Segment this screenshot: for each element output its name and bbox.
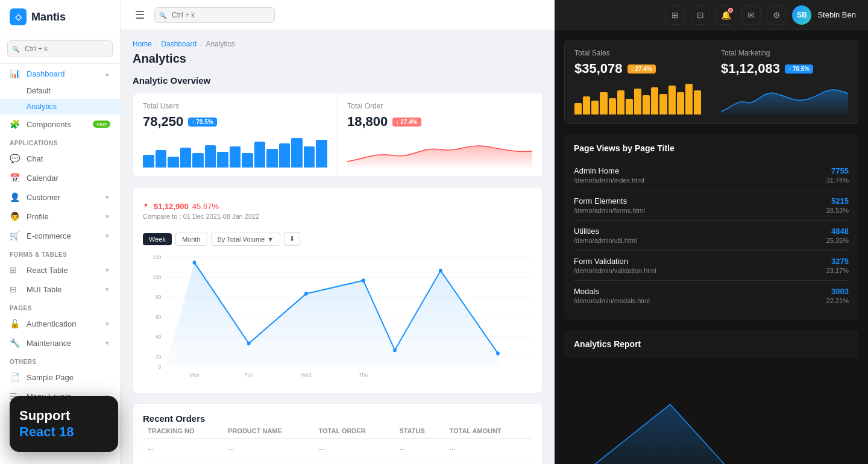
svg-point-22 bbox=[439, 269, 442, 273]
profile-icon: 👨 bbox=[10, 212, 20, 221]
maintenance-icon: 🔧 bbox=[10, 338, 20, 348]
sample-icon: 📄 bbox=[10, 372, 20, 382]
sidebar-item-authentication[interactable]: 🔓 Authentication ▼ bbox=[0, 314, 120, 333]
bar-14 bbox=[304, 146, 315, 168]
sidebar-item-analytics[interactable]: Analytics bbox=[0, 99, 120, 114]
expand-arrow-ecommerce: ▼ bbox=[104, 233, 110, 239]
svg-point-21 bbox=[393, 348, 397, 353]
calendar-icon: 📅 bbox=[10, 173, 20, 183]
topbar-light: ☰ bbox=[121, 0, 555, 30]
pv-item-utilities: Utilities /demo/admin/util.html 4848 25.… bbox=[574, 221, 849, 251]
sidebar-item-customer[interactable]: 👤 Customer ▼ bbox=[0, 187, 120, 207]
sidebar-item-maintenance[interactable]: 🔧 Maintenance ▼ bbox=[0, 333, 120, 353]
income-chart-svg: 120 100 80 60 40 20 0 Mon Tue Wed Thu bbox=[143, 251, 532, 383]
sidebar-label-components: Components bbox=[27, 120, 90, 129]
badge-sales: ↓ 27.4% bbox=[627, 64, 656, 74]
area-chart-order bbox=[347, 134, 532, 168]
user-avatar[interactable]: SB bbox=[792, 5, 811, 25]
svg-text:60: 60 bbox=[156, 314, 162, 321]
sidebar-label-profile: Profile bbox=[27, 212, 104, 221]
expand-arrow-react-table: ▼ bbox=[104, 267, 110, 274]
week-button[interactable]: Week bbox=[143, 233, 172, 245]
main-wrapper: ☰ ⊞ ⊡ 🔔 ✉ ⚙ SB Stebin Ben Home / bbox=[121, 0, 868, 464]
sidebar-label-sample: Sample Page bbox=[27, 373, 110, 382]
svg-point-19 bbox=[304, 292, 308, 296]
svg-text:40: 40 bbox=[156, 334, 162, 340]
dashboard-icon: 📊 bbox=[10, 69, 20, 78]
chat-icon: 💬 bbox=[10, 154, 20, 163]
sidebar-item-calendar[interactable]: 📅 Calendar bbox=[0, 168, 120, 187]
topbar-search-input[interactable] bbox=[154, 7, 275, 23]
sidebar-item-mui-table[interactable]: ⊟ MUI Table ▼ bbox=[0, 280, 120, 299]
dark-chart-svg: Fri Sat Sun bbox=[564, 368, 858, 464]
sidebar-label-ecommerce: E-commerce bbox=[27, 231, 104, 240]
col-tracking: TRACKING NO bbox=[143, 424, 223, 439]
card-label-order: Total Order bbox=[347, 102, 532, 110]
sidebar: ◇ Mantis 📊 Dashboard ▲ Default Analytics… bbox=[0, 0, 121, 464]
sidebar-item-profile[interactable]: 👨 Profile ▼ bbox=[0, 207, 120, 226]
card-total-marketing: Total Marketing $1,12,083 ↑ 70.5% bbox=[711, 40, 858, 124]
sidebar-label-dashboard: Dashboard bbox=[27, 69, 104, 78]
right-analytic-cards: Total Sales $35,078 ↓ 27.4% bbox=[564, 40, 858, 124]
breadcrumb-dashboard[interactable]: Dashboard bbox=[161, 40, 197, 48]
bar-12 bbox=[279, 143, 291, 168]
logo-text: Mantis bbox=[31, 11, 66, 24]
settings-icon[interactable]: ⚙ bbox=[767, 5, 786, 25]
col-amount: TOTAL AMOUNT bbox=[444, 424, 532, 439]
right-pane: Total Sales $35,078 ↓ 27.4% bbox=[555, 30, 868, 464]
expand-arrow-customer: ▼ bbox=[104, 194, 110, 201]
sidebar-label-customer: Customer bbox=[27, 193, 104, 202]
support-popup[interactable]: Support React 18 bbox=[10, 396, 118, 452]
card-total-order: Total Order 18,800 ↓ 27.4% bbox=[338, 93, 542, 177]
bell-icon[interactable]: 🔔 bbox=[716, 5, 735, 25]
pv-item-form-validation: Form Validation /demo/admin/validation.h… bbox=[574, 251, 849, 281]
card-value-order: 18,800 ↓ 27.4% bbox=[347, 114, 532, 130]
user-name: Stebin Ben bbox=[817, 10, 856, 19]
bar-3 bbox=[168, 157, 179, 168]
mail-icon[interactable]: ✉ bbox=[741, 5, 761, 25]
sidebar-item-components[interactable]: 🧩 Components new bbox=[0, 114, 120, 134]
left-pane: Home / Dashboard / Analytics Analytics A… bbox=[121, 30, 555, 464]
bar-4 bbox=[180, 148, 192, 168]
bar-5 bbox=[192, 153, 204, 168]
bar-6 bbox=[205, 145, 216, 168]
income-header: ▼ $1,12,900 45.67% Compare to : 01 Dec 2… bbox=[143, 197, 532, 227]
sidebar-item-sample[interactable]: 📄 Sample Page bbox=[0, 368, 120, 387]
hamburger-icon[interactable]: ☰ bbox=[133, 6, 147, 24]
apps-icon[interactable]: ⊞ bbox=[665, 5, 685, 25]
breadcrumb: Home / Dashboard / Analytics bbox=[133, 40, 542, 48]
card-label-users: Total Users bbox=[143, 102, 327, 110]
svg-point-23 bbox=[496, 351, 500, 356]
badge-order: ↓ 27.4% bbox=[392, 118, 421, 127]
volume-select[interactable]: By Total Volume ▼ bbox=[211, 233, 281, 246]
badge-marketing: ↑ 70.5% bbox=[785, 64, 813, 74]
new-badge: new bbox=[93, 121, 110, 128]
bar-15 bbox=[316, 140, 327, 168]
card-label-sales: Total Sales bbox=[574, 49, 701, 57]
section-label-pages: Pages bbox=[0, 299, 120, 314]
breadcrumb-home[interactable]: Home bbox=[133, 40, 152, 48]
sidebar-label-maintenance: Maintenance bbox=[27, 339, 104, 348]
expand-arrow-auth: ▼ bbox=[104, 321, 110, 327]
support-text-line1: Support bbox=[19, 408, 108, 424]
screen-icon[interactable]: ⊡ bbox=[691, 5, 710, 25]
income-value: $1,12,900 45.67% bbox=[154, 197, 219, 213]
card-total-sales: Total Sales $35,078 ↓ 27.4% bbox=[564, 40, 711, 124]
bar-8 bbox=[230, 146, 241, 168]
search-input[interactable] bbox=[7, 40, 113, 57]
auth-icon: 🔓 bbox=[10, 319, 20, 328]
download-button[interactable]: ⬇ bbox=[284, 232, 300, 246]
notification-dot bbox=[728, 8, 733, 13]
sidebar-item-chat[interactable]: 💬 Chat bbox=[0, 149, 120, 168]
sidebar-item-dashboard[interactable]: 📊 Dashboard ▲ bbox=[0, 64, 120, 83]
logo-icon: ◇ bbox=[10, 8, 27, 25]
components-icon: 🧩 bbox=[10, 119, 20, 129]
ecommerce-icon: 🛒 bbox=[10, 231, 20, 240]
sidebar-item-default[interactable]: Default bbox=[0, 83, 120, 99]
sidebar-item-react-table[interactable]: ⊞ React Table ▼ bbox=[0, 260, 120, 280]
month-button[interactable]: Month bbox=[175, 233, 207, 246]
card-value-marketing: $1,12,083 ↑ 70.5% bbox=[721, 61, 848, 77]
section-label-others: Others bbox=[0, 353, 120, 368]
customer-icon: 👤 bbox=[10, 192, 20, 202]
sidebar-item-ecommerce[interactable]: 🛒 E-commerce ▼ bbox=[0, 226, 120, 245]
